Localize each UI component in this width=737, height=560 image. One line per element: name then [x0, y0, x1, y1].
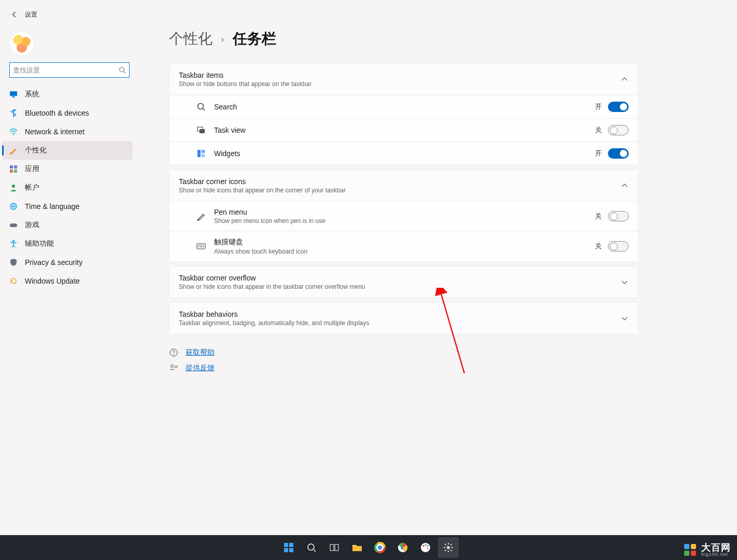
- svg-point-40: [423, 545, 424, 547]
- nav-label: 游戏: [25, 220, 39, 230]
- nav-label: 个性化: [25, 146, 47, 155]
- back-button[interactable]: [6, 6, 23, 23]
- feedback-icon: [169, 363, 178, 373]
- svg-rect-16: [197, 150, 201, 157]
- svg-point-13: [198, 104, 204, 109]
- svg-rect-17: [202, 150, 205, 153]
- svg-point-4: [10, 152, 12, 155]
- svg-rect-26: [284, 548, 288, 552]
- globe-icon: [9, 202, 18, 211]
- nav-label: Network & internet: [25, 128, 84, 136]
- help-links: 获取帮助 提供反馈: [169, 345, 639, 376]
- search-input[interactable]: [13, 66, 119, 74]
- taskbar-explorer[interactable]: [347, 537, 367, 558]
- section-subtitle: Show or hide buttons that appear on the …: [179, 80, 620, 88]
- svg-rect-48: [691, 551, 696, 556]
- breadcrumb-parent[interactable]: 个性化: [169, 29, 212, 49]
- toggle-search[interactable]: [608, 102, 629, 112]
- svg-point-20: [170, 349, 177, 356]
- svg-point-22: [171, 365, 174, 368]
- feedback-text[interactable]: 提供反馈: [186, 363, 215, 373]
- nav-privacy[interactable]: Privacy & security: [0, 253, 135, 272]
- svg-rect-46: [691, 544, 696, 549]
- pen-icon: [196, 212, 206, 221]
- nav-accessibility[interactable]: 辅助功能: [0, 234, 135, 253]
- svg-point-44: [447, 546, 450, 549]
- nav-time[interactable]: Time & language: [0, 197, 135, 216]
- section-header-items[interactable]: Taskbar items Show or hide buttons that …: [169, 64, 638, 95]
- row-taskview: Task view 关: [169, 118, 638, 142]
- svg-point-41: [425, 544, 427, 546]
- search-box[interactable]: [9, 62, 130, 78]
- svg-point-43: [427, 548, 429, 550]
- keyboard-icon: [196, 242, 206, 251]
- user-avatar[interactable]: [9, 31, 34, 56]
- taskbar-chrome[interactable]: [370, 537, 390, 558]
- svg-point-3: [13, 134, 14, 135]
- nav-personalization[interactable]: 个性化: [2, 141, 133, 160]
- taskbar-start[interactable]: [278, 537, 299, 558]
- svg-rect-15: [200, 129, 205, 133]
- nav-update[interactable]: Windows Update: [0, 272, 135, 290]
- section-header-corner[interactable]: Taskbar corner icons Show or hide icons …: [169, 170, 638, 201]
- system-taskbar: 大百网 big100.net: [0, 535, 737, 560]
- toggle-taskview[interactable]: [608, 125, 629, 135]
- search-icon: [196, 102, 206, 111]
- section-overflow[interactable]: Taskbar corner overflow Show or hide ico…: [169, 266, 639, 298]
- nav-apps[interactable]: 应用: [0, 160, 135, 178]
- nav-bluetooth[interactable]: Bluetooth & devices: [0, 104, 135, 122]
- section-title: Taskbar corner overflow: [179, 274, 620, 282]
- watermark: 大百网 big100.net: [684, 543, 731, 557]
- taskbar-paint[interactable]: [415, 537, 436, 558]
- nav-network[interactable]: Network & internet: [0, 122, 135, 141]
- taskview-icon: [196, 125, 206, 135]
- brush-icon: [9, 146, 18, 155]
- row-pen-menu: Pen menu Show pen menu icon when pen is …: [169, 201, 638, 231]
- bluetooth-icon: [9, 109, 18, 117]
- svg-rect-5: [10, 165, 13, 169]
- row-label: Pen menu: [214, 208, 595, 216]
- chevron-down-icon: [620, 278, 629, 286]
- get-help-link[interactable]: 获取帮助: [169, 345, 639, 360]
- breadcrumb-current: 任务栏: [233, 29, 276, 49]
- taskbar-taskview[interactable]: [324, 537, 345, 558]
- taskbar-settings[interactable]: [438, 537, 459, 558]
- nav-games[interactable]: 游戏: [0, 216, 135, 234]
- row-search: Search 开: [169, 95, 638, 118]
- svg-rect-19: [197, 244, 205, 249]
- svg-rect-45: [684, 544, 689, 549]
- watermark-logo-icon: [684, 543, 697, 557]
- breadcrumb: 个性化 › 任务栏: [169, 29, 639, 49]
- widgets-icon: [196, 149, 206, 158]
- svg-rect-18: [202, 154, 205, 157]
- section-corner-icons: Taskbar corner icons Show or hide icons …: [169, 170, 639, 262]
- toggle-state: 开: [595, 102, 602, 111]
- svg-rect-47: [684, 551, 689, 556]
- row-label: Task view: [214, 126, 595, 134]
- help-text[interactable]: 获取帮助: [186, 348, 215, 357]
- monitor-icon: [9, 90, 18, 99]
- nav-label: Bluetooth & devices: [25, 109, 89, 117]
- chevron-up-icon: [620, 181, 629, 190]
- nav-account[interactable]: 帐户: [0, 178, 135, 197]
- breadcrumb-separator: ›: [221, 33, 224, 45]
- toggle-state: 开: [595, 149, 602, 158]
- toggle-touch-keyboard[interactable]: [608, 241, 629, 251]
- svg-rect-24: [284, 543, 288, 547]
- svg-rect-11: [10, 223, 17, 227]
- nav-list: 系统 Bluetooth & devices Network & interne…: [0, 85, 135, 290]
- svg-rect-2: [12, 96, 15, 97]
- game-icon: [9, 221, 18, 229]
- nav-system[interactable]: 系统: [0, 85, 135, 104]
- taskbar-chrome2[interactable]: [392, 537, 413, 558]
- section-behaviors[interactable]: Taskbar behaviors Taskbar alignment, bad…: [169, 302, 639, 334]
- toggle-widgets[interactable]: [608, 148, 629, 159]
- section-subtitle: Taskbar alignment, badging, automaticall…: [179, 319, 620, 327]
- svg-point-12: [12, 240, 15, 242]
- feedback-link[interactable]: 提供反馈: [169, 360, 639, 376]
- toggle-pen[interactable]: [608, 211, 629, 221]
- shield-icon: [9, 258, 18, 267]
- svg-rect-27: [289, 548, 293, 552]
- taskbar-search[interactable]: [301, 537, 322, 558]
- svg-point-28: [308, 544, 314, 550]
